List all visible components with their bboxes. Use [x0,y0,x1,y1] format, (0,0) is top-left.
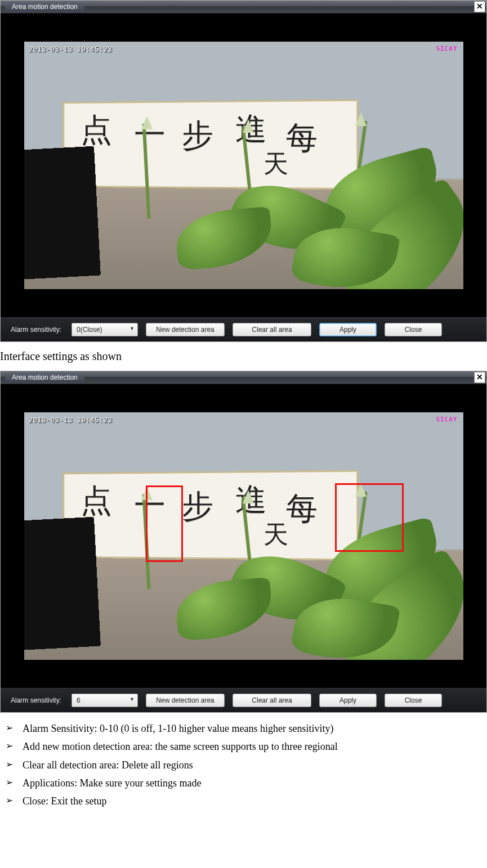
list-item: Alarm Sensitivity: 0-10 (0 is off, 1-10 … [2,719,487,737]
plant-shoot [243,490,254,503]
close-button[interactable]: Close [385,323,442,336]
motion-detection-window-2: Area motion detection ✕ 2013-03-13 19:45… [0,371,487,713]
alarm-sensitivity-label: Alarm sensitivity: [11,696,61,704]
title-bar: Area motion detection ✕ [1,371,486,384]
clear-all-area-button[interactable]: Clear all area [233,323,311,336]
feed-brand: SICAY [436,45,457,52]
video-area[interactable]: 2013-03-13 19:45:23 SICAY 点 一 步 進 每 天 [1,384,486,688]
calligraphy-char: 点 [81,480,112,523]
detection-area-box[interactable] [146,485,183,562]
notes-list: Alarm Sensitivity: 0-10 (0 is off, 1-10 … [0,719,487,810]
plant-shoot [243,119,254,133]
list-item: Clear all detection area: Delete all reg… [2,756,487,774]
close-icon[interactable]: ✕ [474,372,485,383]
title-bar: Area motion detection ✕ [1,1,486,14]
calligraphy-char: 步 [182,115,213,158]
feed-brand: SICAY [436,416,457,423]
caption-text: Interface settings as shown [0,350,487,363]
select-value: 6 [77,696,81,704]
close-button[interactable]: Close [385,694,442,707]
calligraphy-char: 点 [81,109,112,152]
calligraphy-char: 每 [286,117,318,160]
video-area[interactable]: 2013-03-13 19:45:23 SICAY 点 一 步 進 每 天 [1,14,486,317]
list-item: Close: Exit the setup [2,792,487,810]
new-detection-area-button[interactable]: New detection area [146,323,225,336]
clear-all-area-button[interactable]: Clear all area [233,694,311,707]
apply-button[interactable]: Apply [319,323,377,336]
camera-feed: 2013-03-13 19:45:23 SICAY 点 一 步 進 每 天 [24,42,463,289]
feed-timestamp: 2013-03-13 19:45:23 [29,416,113,424]
select-value: 0(Close) [77,326,102,334]
calligraphy-char: 天 [263,147,288,181]
feed-timestamp: 2013-03-13 19:45:23 [29,45,113,53]
toolbar: Alarm sensitivity: 6 New detection area … [1,688,486,712]
plant-leaf [173,577,274,641]
window-title: Area motion detection [5,2,84,12]
detection-area-box[interactable] [335,483,404,552]
close-icon[interactable]: ✕ [474,1,485,12]
motion-detection-window-1: Area motion detection ✕ 2013-03-13 19:45… [0,0,487,342]
alarm-sensitivity-select[interactable]: 6 [72,694,138,707]
window-title: Area motion detection [5,372,84,383]
alarm-sensitivity-select[interactable]: 0(Close) [72,323,138,336]
calligraphy-char: 天 [263,518,288,551]
list-item: Applications: Make sure your settings ma… [2,774,487,792]
toolbar: Alarm sensitivity: 0(Close) New detectio… [1,317,486,341]
new-detection-area-button[interactable]: New detection area [146,694,225,707]
monitor-shape [24,146,101,281]
apply-button[interactable]: Apply [319,694,377,707]
plant-leaf [173,206,274,271]
calligraphy-char: 步 [182,485,213,528]
camera-feed: 2013-03-13 19:45:23 SICAY 点 一 步 進 每 天 [24,412,463,660]
monitor-shape [24,517,101,651]
list-item: Add new motion detection area: the same … [2,737,487,755]
plant-shoot [355,113,367,126]
alarm-sensitivity-label: Alarm sensitivity: [11,326,61,334]
calligraphy-char: 每 [286,488,318,530]
plant-shoot [141,116,153,129]
